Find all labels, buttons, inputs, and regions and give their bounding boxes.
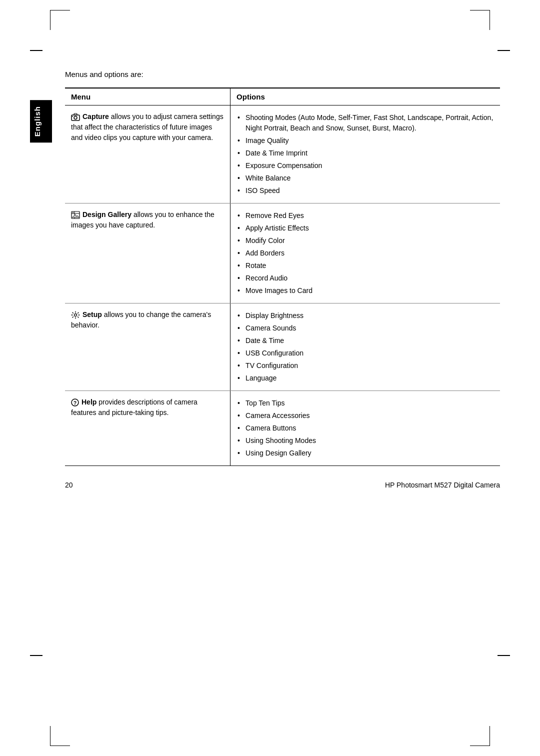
menu-cell-capture: Capture allows you to adjust camera sett… bbox=[65, 106, 230, 204]
option-item: Add Borders bbox=[236, 247, 494, 260]
option-item: Rotate bbox=[236, 260, 494, 272]
help-icon: ? bbox=[71, 398, 79, 406]
option-item: Camera Accessories bbox=[236, 410, 494, 422]
options-cell-design-gallery: Remove Red EyesApply Artistic EffectsMod… bbox=[230, 204, 500, 304]
design-gallery-icon bbox=[71, 211, 80, 219]
option-item: Shooting Modes (Auto Mode, Self-Timer, F… bbox=[236, 112, 494, 134]
table-row-design-gallery: Design Gallery allows you to enhance the… bbox=[65, 204, 500, 304]
option-item: Record Audio bbox=[236, 272, 494, 284]
option-item: Language bbox=[236, 372, 494, 384]
corner-mark-br-h bbox=[470, 746, 490, 746]
menu-name-help: Help bbox=[82, 398, 96, 406]
table-header-row: Menu Options bbox=[65, 88, 500, 106]
option-item: Display Brightness bbox=[236, 310, 494, 322]
corner-mark-tl-v bbox=[50, 10, 50, 30]
menu-cell-help: ?Help provides descriptions of camera fe… bbox=[65, 391, 230, 466]
language-sidebar: English bbox=[30, 100, 52, 142]
table-row-help: ?Help provides descriptions of camera fe… bbox=[65, 391, 500, 466]
option-item: USB Configuration bbox=[236, 347, 494, 360]
side-mark-left-top bbox=[30, 50, 42, 51]
menu-options-table: Menu Options Capture allows you to adjus… bbox=[65, 88, 500, 466]
option-item: Camera Sounds bbox=[236, 322, 494, 334]
intro-text: Menus and options are: bbox=[65, 70, 500, 78]
side-mark-right-bottom bbox=[498, 655, 510, 656]
menu-cell-setup: Setup allows you to change the camera's … bbox=[65, 304, 230, 391]
option-item: Using Shooting Modes bbox=[236, 434, 494, 447]
svg-point-1 bbox=[74, 116, 77, 120]
side-mark-left-bottom bbox=[30, 655, 42, 656]
menu-name-capture: Capture bbox=[82, 112, 109, 120]
option-item: Modify Color bbox=[236, 234, 494, 247]
menu-name-design-gallery: Design Gallery bbox=[82, 210, 132, 218]
page-footer: 20 HP Photosmart M527 Digital Camera bbox=[65, 481, 500, 489]
setup-icon bbox=[71, 310, 82, 318]
option-item: TV Configuration bbox=[236, 360, 494, 372]
option-item: Date & Time Imprint bbox=[236, 147, 494, 160]
menu-description-capture: Capture allows you to adjust camera sett… bbox=[71, 112, 224, 143]
menu-description-setup: Setup allows you to change the camera's … bbox=[71, 310, 224, 330]
svg-point-8 bbox=[74, 314, 77, 316]
option-item: Move Images to Card bbox=[236, 284, 494, 297]
menu-cell-design-gallery: Design Gallery allows you to enhance the… bbox=[65, 204, 230, 304]
menu-description-design-gallery: Design Gallery allows you to enhance the… bbox=[71, 210, 224, 230]
svg-rect-2 bbox=[74, 114, 77, 115]
option-item: Camera Buttons bbox=[236, 422, 494, 434]
options-cell-help: Top Ten TipsCamera AccessoriesCamera But… bbox=[230, 391, 500, 466]
menu-name-setup: Setup bbox=[82, 310, 102, 318]
corner-mark-tr-v bbox=[490, 10, 490, 30]
option-item: Exposure Compensation bbox=[236, 160, 494, 172]
option-item: White Balance bbox=[236, 172, 494, 184]
option-item: Image Quality bbox=[236, 134, 494, 147]
page-number: 20 bbox=[65, 481, 73, 489]
design-gallery-icon bbox=[71, 210, 82, 218]
corner-mark-bl-v bbox=[50, 726, 50, 746]
option-item: ISO Speed bbox=[236, 184, 494, 197]
main-content: Menus and options are: Menu Options Capt… bbox=[65, 70, 500, 466]
options-column-header: Options bbox=[230, 88, 500, 106]
options-list-setup: Display BrightnessCamera SoundsDate & Ti… bbox=[236, 310, 494, 384]
options-list-design-gallery: Remove Red EyesApply Artistic EffectsMod… bbox=[236, 210, 494, 297]
table-row-capture: Capture allows you to adjust camera sett… bbox=[65, 106, 500, 204]
corner-mark-br-v bbox=[490, 726, 490, 746]
side-mark-right-top bbox=[498, 50, 510, 51]
option-item: Using Design Gallery bbox=[236, 447, 494, 460]
product-name: HP Photosmart M527 Digital Camera bbox=[385, 481, 500, 489]
language-label: English bbox=[33, 106, 42, 136]
options-list-capture: Shooting Modes (Auto Mode, Self-Timer, F… bbox=[236, 112, 494, 197]
menu-description-help: ?Help provides descriptions of camera fe… bbox=[71, 397, 224, 418]
svg-text:?: ? bbox=[74, 400, 76, 406]
option-item: Date & Time bbox=[236, 334, 494, 347]
options-cell-setup: Display BrightnessCamera SoundsDate & Ti… bbox=[230, 304, 500, 391]
options-cell-capture: Shooting Modes (Auto Mode, Self-Timer, F… bbox=[230, 106, 500, 204]
page-container: English Menus and options are: Menu Opti… bbox=[0, 0, 540, 756]
svg-rect-0 bbox=[72, 115, 80, 120]
option-item: Remove Red Eyes bbox=[236, 210, 494, 222]
options-list-help: Top Ten TipsCamera AccessoriesCamera But… bbox=[236, 397, 494, 460]
svg-point-7 bbox=[72, 212, 74, 213]
corner-mark-tl-h bbox=[50, 10, 70, 10]
svg-rect-3 bbox=[72, 116, 73, 117]
table-row-setup: Setup allows you to change the camera's … bbox=[65, 304, 500, 391]
corner-mark-tr-h bbox=[470, 10, 490, 10]
option-item: Top Ten Tips bbox=[236, 397, 494, 410]
option-item: Apply Artistic Effects bbox=[236, 222, 494, 234]
setup-icon bbox=[71, 311, 80, 319]
camera-icon bbox=[71, 112, 82, 120]
camera-icon bbox=[71, 113, 80, 121]
menu-column-header: Menu bbox=[65, 88, 230, 106]
corner-mark-bl-h bbox=[50, 746, 70, 746]
help-icon: ? bbox=[71, 398, 80, 406]
